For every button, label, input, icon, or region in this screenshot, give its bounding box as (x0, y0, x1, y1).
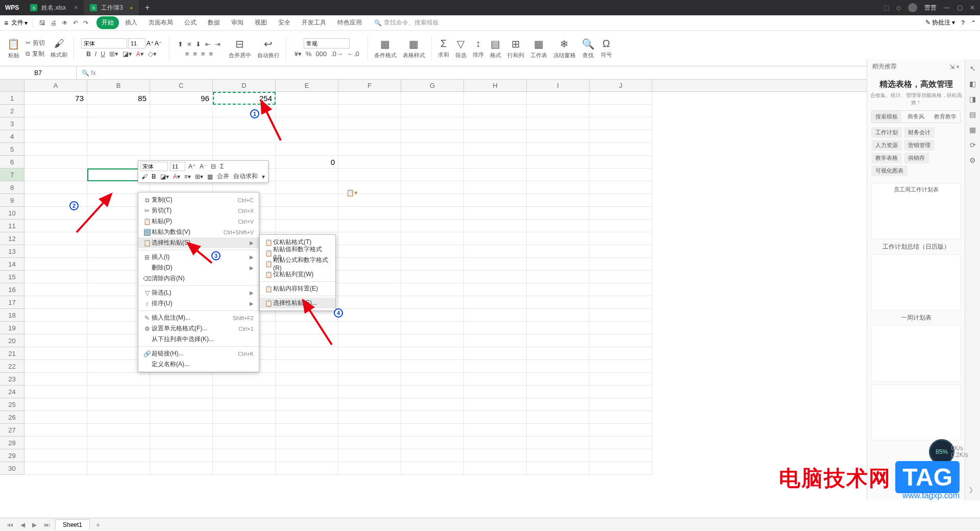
row-header[interactable]: 15 (0, 271, 24, 283)
cell-A14[interactable] (24, 258, 87, 271)
cell-B27[interactable] (87, 424, 150, 437)
cell-E27[interactable] (276, 424, 338, 437)
last-sheet-icon[interactable]: ⏭ (42, 521, 52, 528)
cell-J4[interactable] (590, 130, 652, 143)
row-header[interactable]: 19 (0, 322, 24, 334)
cell-G16[interactable] (401, 283, 464, 296)
cell-F19[interactable] (338, 322, 401, 334)
template-card[interactable]: 销售工作计划表 (871, 384, 961, 441)
cell-C25[interactable] (150, 398, 213, 411)
submenu-item[interactable]: 📋粘贴内容转置(E) (260, 283, 335, 294)
cell-F30[interactable] (338, 462, 401, 475)
cell-D23[interactable] (213, 373, 276, 385)
cell-H19[interactable] (464, 322, 527, 334)
name-box[interactable]: B7 (0, 66, 77, 80)
format-painter-button[interactable]: 🖌格式刷 (48, 37, 69, 60)
row-header[interactable]: 12 (0, 232, 24, 245)
cell-F10[interactable] (338, 207, 401, 220)
cursor-icon[interactable]: ↖ (970, 64, 976, 73)
cell-I28[interactable] (527, 437, 590, 449)
cell-F23[interactable] (338, 373, 401, 385)
cell-I7[interactable] (527, 168, 590, 181)
cell-C3[interactable] (150, 117, 213, 130)
cell-H8[interactable] (464, 181, 527, 194)
context-menu-item[interactable]: 📋选择性粘贴(S)▶ (138, 237, 259, 248)
cell-G28[interactable] (401, 437, 464, 449)
col-header[interactable]: G (401, 80, 464, 91)
cell-C29[interactable] (150, 449, 213, 462)
context-menu-item[interactable]: ✎插入批注(M)...Shift+F2 (138, 312, 259, 323)
cell-F26[interactable] (338, 411, 401, 424)
analysis-icon[interactable]: ◨ (969, 95, 976, 103)
cell-E19[interactable] (276, 322, 338, 334)
cell-J16[interactable] (590, 283, 652, 296)
paste-options-icon[interactable]: 📋▾ (346, 189, 358, 197)
col-header[interactable]: F (338, 80, 401, 91)
clear-format-icon[interactable]: ◇▾ (147, 50, 158, 58)
row-header[interactable]: 16 (0, 283, 24, 296)
collapse-icon[interactable]: 》 (969, 486, 976, 495)
row-header[interactable]: 3 (0, 117, 24, 130)
cell-F3[interactable] (338, 117, 401, 130)
font-name-combo[interactable] (81, 38, 127, 49)
cell-H5[interactable] (464, 143, 527, 156)
add-sheet-icon[interactable]: + (93, 521, 103, 529)
cell-H1[interactable] (464, 92, 527, 105)
cell-I2[interactable] (527, 105, 590, 117)
cell-J19[interactable] (590, 322, 652, 334)
cell-H20[interactable] (464, 334, 527, 347)
row-header[interactable]: 18 (0, 309, 24, 322)
comment-button[interactable]: ✎ 协批注 ▾ (925, 18, 955, 27)
cell-I17[interactable] (527, 296, 590, 309)
cell-I5[interactable] (527, 143, 590, 156)
cell-I8[interactable] (527, 181, 590, 194)
cell-A8[interactable] (24, 181, 87, 194)
row-header[interactable]: 25 (0, 398, 24, 411)
col-header[interactable]: C (150, 80, 213, 91)
bold-icon[interactable]: B (151, 173, 157, 180)
tab-special[interactable]: 特色应用 (332, 16, 367, 29)
cell-J2[interactable] (590, 105, 652, 117)
cell-H24[interactable] (464, 385, 527, 398)
cell-B1[interactable]: 85 (87, 92, 150, 105)
merge-button[interactable]: ⊟合并居中 (227, 37, 253, 60)
align-left-icon[interactable]: ≡ (184, 50, 190, 58)
cell-H23[interactable] (464, 373, 527, 385)
cell-J21[interactable] (590, 347, 652, 360)
help-icon[interactable]: ? (961, 19, 965, 27)
context-menu-item[interactable]: ▽筛选(L)▶ (138, 287, 259, 298)
cut-button[interactable]: ✂剪切 (24, 38, 46, 48)
align-middle-icon[interactable]: ≡ (186, 40, 192, 49)
cell-A3[interactable] (24, 117, 87, 130)
font-color-icon[interactable]: A▾ (172, 173, 181, 180)
font-color-icon[interactable]: A▾ (135, 50, 145, 58)
cell-A22[interactable] (24, 360, 87, 373)
context-menu-item[interactable]: ⚙设置单元格格式(F)...Ctrl+1 (138, 323, 259, 334)
close-icon[interactable]: × (956, 63, 960, 70)
cell-J9[interactable] (590, 194, 652, 207)
save-icon[interactable]: 🖫 (38, 18, 46, 28)
mini-font-size[interactable] (170, 162, 185, 171)
row-header[interactable]: 14 (0, 258, 24, 271)
increase-font-icon[interactable]: A⁺ (146, 40, 154, 47)
cell-I16[interactable] (527, 283, 590, 296)
cell-G30[interactable] (401, 462, 464, 475)
tab-file-2[interactable]: S 工作簿3 (84, 0, 139, 15)
tag[interactable]: 财务会计 (904, 127, 935, 138)
cell-G13[interactable] (401, 245, 464, 258)
row-header[interactable]: 1 (0, 92, 24, 105)
cell-J1[interactable] (590, 92, 652, 105)
settings-icon[interactable]: ⚙ (969, 156, 976, 164)
cell-B29[interactable] (87, 449, 150, 462)
cell-A13[interactable] (24, 245, 87, 258)
tag[interactable]: 教学表格 (871, 153, 902, 163)
cell-E10[interactable] (276, 207, 338, 220)
cell-F12[interactable] (338, 232, 401, 245)
cell-I21[interactable] (527, 347, 590, 360)
cell-D5[interactable] (213, 143, 276, 156)
cell-G23[interactable] (401, 373, 464, 385)
cell-G7[interactable] (401, 168, 464, 181)
property-icon[interactable]: ▤ (969, 110, 976, 118)
sheet-tab[interactable]: Sheet1 (55, 519, 90, 530)
cell-A5[interactable] (24, 143, 87, 156)
